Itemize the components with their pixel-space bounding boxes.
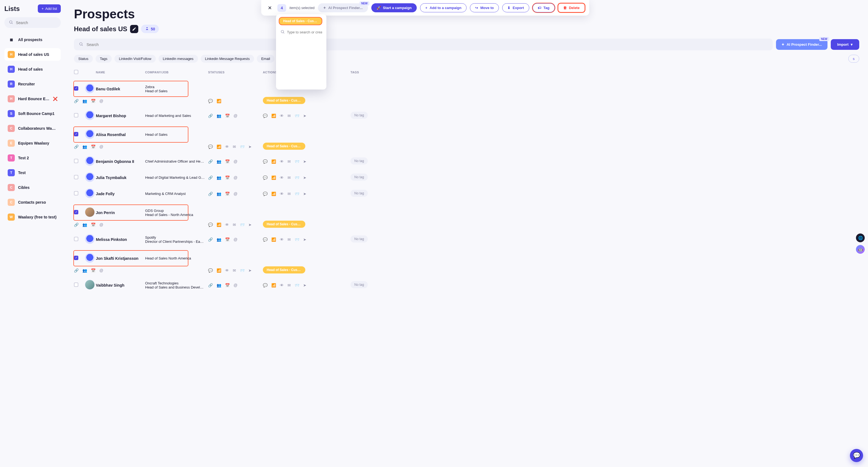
people-icon[interactable]: 👥 [83, 145, 87, 149]
tag-pill[interactable]: Head of Sales - Cust… [263, 97, 305, 104]
rss-icon[interactable]: 📶 [271, 192, 276, 196]
sidebar-item-7[interactable]: EEquipes Waalaxy [4, 137, 61, 150]
table-row[interactable]: Julia TsymbaliukHead of Digital Marketin… [74, 169, 859, 186]
add-list-button[interactable]: + Add list [38, 4, 61, 13]
people-icon[interactable]: 👥 [83, 268, 87, 273]
translate-fab[interactable]: 🌐 [856, 234, 865, 242]
message-icon[interactable]: 💬 [263, 283, 268, 287]
sidebar-item-10[interactable]: CCibles [4, 181, 61, 194]
selbar-ai-finder-button[interactable]: ✦ AI Prospect Finder... NEW [318, 3, 368, 12]
mail-icon[interactable]: ✉ [233, 268, 236, 273]
eye-icon[interactable]: 👁 [225, 145, 229, 149]
send-icon[interactable]: ➤ [303, 237, 306, 242]
chat-fab[interactable]: 💬 [850, 449, 863, 462]
message-icon[interactable]: 💬 [208, 268, 213, 273]
inbox-icon[interactable]: 📨 [240, 268, 245, 273]
assistant-fab[interactable]: 🤖 [856, 245, 865, 254]
tag-pill[interactable]: No tag [350, 174, 368, 181]
ai-prospect-finder-button[interactable]: ✦ AI Prospect Finder... NEW [776, 39, 828, 50]
sidebar-search[interactable] [4, 17, 61, 28]
tag-pill[interactable]: Head of Sales - Cust… [263, 143, 305, 150]
start-campaign-button[interactable]: 🚀 Start a campaign [371, 3, 417, 12]
calendar-icon[interactable]: 📅 [225, 176, 230, 180]
filter-chip-more[interactable]: s [848, 55, 860, 63]
eye-icon[interactable]: 👁 [280, 159, 284, 164]
row-checkbox[interactable] [74, 210, 78, 214]
row-checkbox[interactable] [74, 113, 78, 118]
eye-icon[interactable]: 👁 [280, 114, 284, 118]
send-icon[interactable]: ➤ [248, 223, 252, 227]
table-row[interactable]: Aliisa RosenthalHead of Sales🔗👥📅@💬📶👁✉📨➤H… [74, 124, 859, 153]
tag-pill[interactable]: No tag [350, 112, 368, 119]
link-icon[interactable]: 🔗 [208, 237, 213, 242]
filter-chip-5[interactable]: Email [257, 55, 275, 63]
rss-icon[interactable]: 📶 [271, 176, 276, 180]
calendar-icon[interactable]: 📅 [225, 192, 230, 196]
mail-icon[interactable]: ✉ [287, 283, 291, 287]
eye-icon[interactable]: 👁 [225, 268, 229, 273]
calendar-icon[interactable]: 📅 [91, 268, 96, 273]
send-icon[interactable]: ➤ [303, 283, 306, 287]
at-icon[interactable]: @ [99, 223, 103, 227]
calendar-icon[interactable]: 📅 [225, 283, 230, 287]
filter-chip-0[interactable]: Status [74, 55, 93, 63]
send-icon[interactable]: ➤ [248, 145, 252, 149]
send-icon[interactable]: ➤ [248, 268, 252, 273]
at-icon[interactable]: @ [99, 268, 103, 273]
tag-pill[interactable]: No tag [350, 281, 368, 288]
inbox-icon[interactable]: 📨 [294, 159, 299, 164]
sidebar-item-8[interactable]: TTest 2 [4, 152, 61, 164]
rss-icon[interactable]: 📶 [271, 283, 276, 287]
table-row[interactable]: Jon PerrinGDS GroupHead of Sales - North… [74, 202, 859, 231]
sidebar-item-12[interactable]: WWaalaxy (free to test) [4, 211, 61, 223]
link-icon[interactable]: 🔗 [74, 268, 79, 273]
at-icon[interactable]: @ [234, 176, 238, 180]
rss-icon[interactable]: 📶 [271, 237, 276, 242]
main-search[interactable] [74, 39, 773, 50]
message-icon[interactable]: 💬 [208, 223, 213, 227]
link-icon[interactable]: 🔗 [208, 192, 213, 196]
eye-icon[interactable]: 👁 [280, 283, 284, 287]
rss-icon[interactable]: 📶 [217, 99, 221, 103]
mail-icon[interactable]: ✉ [287, 159, 291, 164]
tag-search[interactable] [279, 27, 323, 37]
link-icon[interactable]: 🔗 [74, 99, 79, 103]
table-row[interactable]: Vaibbhav SinghOncraft TechnologiesHead o… [74, 277, 859, 293]
inbox-icon[interactable]: 📨 [240, 223, 245, 227]
sidebar-item-3[interactable]: RRecruiter [4, 78, 61, 90]
table-row[interactable]: Margaret BishopHead of Marketing and Sal… [74, 107, 859, 124]
tag-pill[interactable]: Head of Sales - Cust… [263, 221, 305, 228]
send-icon[interactable]: ➤ [303, 176, 306, 180]
mail-icon[interactable]: ✉ [287, 114, 291, 118]
at-icon[interactable]: @ [234, 192, 238, 196]
link-icon[interactable]: 🔗 [208, 283, 213, 287]
table-row[interactable]: Banu OzdilekZebraHead of Sales🔗👥📅@💬📶Head… [74, 78, 859, 107]
add-to-campaign-button[interactable]: + Add to a campaign [420, 3, 467, 12]
rss-icon[interactable]: 📶 [217, 268, 221, 273]
row-checkbox[interactable] [74, 237, 78, 241]
inbox-icon[interactable]: 📨 [294, 114, 299, 118]
rss-icon[interactable]: 📶 [217, 223, 221, 227]
mail-icon[interactable]: ✉ [233, 145, 236, 149]
message-icon[interactable]: 💬 [263, 176, 268, 180]
calendar-icon[interactable]: 📅 [225, 159, 230, 164]
prospect-count-pill[interactable]: 50 [141, 25, 159, 33]
calendar-icon[interactable]: 📅 [91, 145, 96, 149]
row-checkbox[interactable] [74, 175, 78, 179]
filter-chip-4[interactable]: Linkedin Message Requests [201, 55, 254, 63]
link-icon[interactable]: 🔗 [208, 114, 213, 118]
at-icon[interactable]: @ [99, 99, 103, 103]
message-icon[interactable]: 💬 [263, 192, 268, 196]
filter-chip-1[interactable]: Tags [96, 55, 112, 63]
tag-pill[interactable]: No tag [350, 236, 368, 243]
calendar-icon[interactable]: 📅 [225, 114, 230, 118]
sidebar-item-2[interactable]: HHead of sales [4, 63, 61, 75]
send-icon[interactable]: ➤ [303, 192, 306, 196]
mail-icon[interactable]: ✉ [287, 237, 291, 242]
people-icon[interactable]: 👥 [217, 114, 221, 118]
tag-button[interactable]: 🏷 Tag [533, 3, 555, 12]
import-button[interactable]: Import ▾ [831, 39, 859, 50]
row-checkbox[interactable] [74, 132, 78, 136]
row-checkbox[interactable] [74, 282, 78, 287]
message-icon[interactable]: 💬 [208, 145, 213, 149]
